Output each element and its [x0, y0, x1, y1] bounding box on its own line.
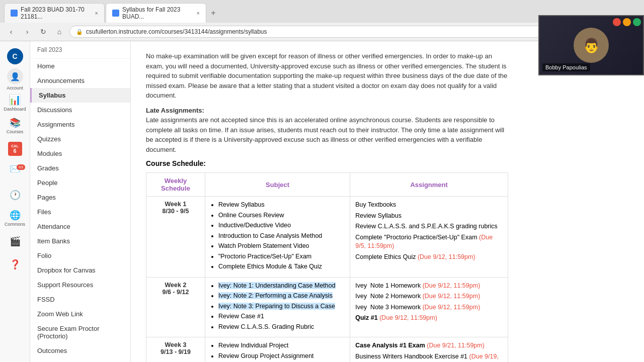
tab-favicon-1: [11, 10, 18, 17]
rail-commons[interactable]: 🌐 Commons: [4, 207, 26, 229]
bold-assignment: Case Analysis #1 Exam: [355, 342, 425, 349]
list-item: Review Syllabus: [355, 212, 503, 221]
video-overlay: 👨 Bobby Papoulias: [538, 15, 644, 75]
list-item: Quiz #1 (Due 9/12, 11:59pm): [355, 314, 503, 323]
sidebar-item-people[interactable]: People: [30, 175, 130, 190]
week-2-dates: 9/6 - 9/12: [163, 289, 189, 296]
help-icon: ❓: [10, 259, 21, 270]
account-icon: 👤: [7, 68, 23, 84]
sidebar-item-item-banks[interactable]: Item Banks: [30, 234, 130, 248]
sidebar-item-grades[interactable]: Grades: [30, 161, 130, 175]
due-date: (Due 9/12, 11:59pm): [418, 253, 475, 260]
sidebar-item-discussions[interactable]: Discussions: [30, 103, 130, 117]
due-date: (Due 9/5, 11:59pm): [355, 234, 493, 250]
schedule-table: Weekly Schedule Subject Assignment Week …: [146, 172, 508, 362]
rail-account[interactable]: 👤 Account: [4, 68, 26, 90]
pages-label: Pages: [37, 194, 56, 201]
list-item: Complete Ethics Module & Take Quiz: [218, 262, 345, 272]
late-assignments-section: Late Assignments: Late assignments are n…: [146, 106, 508, 155]
inbox-badge: 63: [17, 164, 25, 170]
reload-button[interactable]: ↻: [37, 26, 49, 38]
tab-2-close[interactable]: ×: [197, 10, 200, 16]
list-item: Ivey: Note 3: Preparing to Discuss a Cas…: [218, 302, 345, 311]
rail-inbox[interactable]: ✉️ 63: [4, 161, 26, 183]
week-1-assignments: Buy Textbooks Review Syllabus Review C.L…: [350, 197, 508, 278]
list-item: Watch Problem Statement Video: [218, 242, 345, 251]
csuf-logo-icon: C: [7, 48, 23, 64]
list-item: Inductive/Deductive Video: [218, 221, 345, 230]
tab-favicon-2: [112, 10, 119, 17]
courses-label: Courses: [7, 129, 24, 134]
sidebar-item-attendance[interactable]: Attendance: [30, 219, 130, 234]
sidebar-item-assignments[interactable]: Assignments: [30, 117, 130, 132]
sidebar-item-fssd[interactable]: FSSD: [30, 292, 130, 307]
list-item: Buy Textbooks: [355, 201, 503, 210]
tab-2[interactable]: Syllabus for Fall 2023 BUAD... ×: [106, 3, 206, 23]
week-1-dates: 8/30 - 9/5: [163, 208, 189, 215]
sidebar-item-proctorio[interactable]: Secure Exam Proctor (Proctorio): [30, 321, 130, 343]
sidebar-item-files[interactable]: Files: [30, 205, 130, 219]
sidebar-item-announcements[interactable]: Announcements: [30, 73, 130, 88]
week-1-subject-list: Review Syllabus Online Courses Review In…: [210, 201, 345, 272]
week-2-cell: Week 2 9/6 - 9/12: [146, 277, 205, 337]
rail-help[interactable]: ❓: [4, 253, 26, 276]
item-banks-label: Item Banks: [37, 237, 70, 245]
highlighted-text: Ivey: Note 2: Performing a Case Analysis: [218, 292, 333, 299]
week-3-assignments: Case Analysis #1 Exam (Due 9/21, 11:59pm…: [350, 337, 508, 363]
due-date: (Due 9/19, 11:59pm): [355, 353, 499, 363]
table-row: Week 2 9/6 - 9/12 Ivey: Note 1: Understa…: [146, 277, 508, 337]
back-button[interactable]: ‹: [5, 26, 17, 38]
list-item: Review Case #1: [218, 312, 345, 321]
week-2-subject-list: Ivey: Note 1: Understanding Case Method …: [210, 282, 345, 332]
late-assignments-text: Late assignments are not accepted since …: [146, 116, 504, 153]
sidebar-item-quizzes[interactable]: Quizzes: [30, 132, 130, 146]
rail-studio[interactable]: 🎬: [4, 230, 26, 252]
rail-calendar[interactable]: CAL 6: [4, 138, 26, 160]
video-controls[interactable]: [613, 18, 641, 26]
sidebar-item-modules[interactable]: Modules: [30, 146, 130, 161]
week-3-dates: 9/13 - 9/19: [160, 348, 191, 355]
sidebar-item-outcomes[interactable]: Outcomes: [30, 343, 130, 358]
home-button[interactable]: ⌂: [53, 26, 65, 38]
tab-1-close[interactable]: ×: [95, 10, 98, 16]
video-close-btn[interactable]: [613, 18, 621, 26]
assignments-label: Assignments: [37, 121, 74, 128]
rail-csuf-logo[interactable]: C: [4, 45, 26, 67]
video-maximize-btn[interactable]: [633, 18, 641, 26]
rail-dashboard[interactable]: 📊 Dashboard: [4, 92, 26, 114]
list-item: Review C.L.A.S.S. Grading Rubric: [218, 323, 345, 332]
col-header-weekly: Weekly Schedule: [146, 173, 205, 197]
list-item: Ivey: Note 2: Performing a Case Analysis: [218, 292, 345, 301]
commons-icon: 🌐: [10, 210, 21, 221]
list-item: Business Writers Handbook Exercise #1 (D…: [355, 352, 503, 363]
video-minimize-btn[interactable]: [623, 18, 631, 26]
week-1-subjects: Review Syllabus Online Courses Review In…: [205, 197, 350, 278]
rail-history[interactable]: 🕐: [4, 184, 26, 206]
list-item: Review Syllabus: [218, 201, 345, 210]
sidebar-item-dropbox[interactable]: Dropbox for Canvas: [30, 263, 130, 278]
week-1-assignment-list: Buy Textbooks Review Syllabus Review C.L…: [355, 201, 503, 261]
week-1-cell: Week 1 8/30 - 9/5: [146, 197, 205, 278]
week-2-assignments: Ivey Note 1 Homework (Due 9/12, 11:59pm)…: [350, 277, 508, 337]
sidebar-item-zoom-link[interactable]: Zoom Web Link: [30, 307, 130, 321]
week-3-assignment-list: Case Analysis #1 Exam (Due 9/21, 11:59pm…: [355, 341, 503, 362]
tab-1[interactable]: Fall 2023 BUAD 301-70 21181... ×: [4, 3, 105, 23]
zoom-link-label: Zoom Web Link: [37, 310, 83, 318]
due-date: (Due 9/12, 11:59pm): [423, 304, 480, 311]
list-item: Complete Ethics Quiz (Due 9/12, 11:59pm): [355, 253, 503, 262]
rail-courses[interactable]: 📚 Courses: [4, 115, 26, 137]
folio-label: Folio: [37, 252, 51, 259]
sidebar-item-support[interactable]: Support Resources: [30, 278, 130, 292]
sidebar-item-pages[interactable]: Pages: [30, 190, 130, 205]
person-name: Bobby Papoulias: [542, 63, 590, 71]
list-item: "Proctorio Practice/Set-Up" Exam: [218, 252, 345, 261]
forward-button[interactable]: ›: [21, 26, 33, 38]
courses-icon: 📚: [10, 117, 21, 128]
tab-2-label: Syllabus for Fall 2023 BUAD...: [122, 6, 192, 20]
sidebar-item-rubrics[interactable]: Rubrics: [30, 358, 130, 362]
sidebar-item-folio[interactable]: Folio: [30, 248, 130, 263]
new-tab-button[interactable]: +: [207, 7, 219, 19]
sidebar-item-home[interactable]: Home: [30, 59, 130, 73]
sidebar-item-syllabus[interactable]: Syllabus: [30, 88, 130, 103]
sidebar: Fall 2023 Home Announcements Syllabus Di…: [30, 41, 131, 362]
